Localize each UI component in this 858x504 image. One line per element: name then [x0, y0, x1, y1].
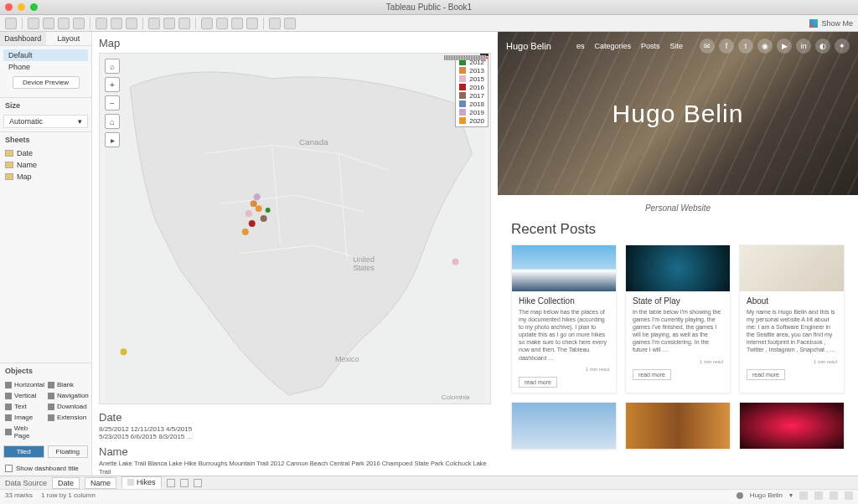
map-viz[interactable]: Canada United States Mexico Colombia	[99, 53, 491, 404]
fit-button[interactable]	[269, 18, 281, 29]
presentation-button[interactable]	[284, 18, 296, 29]
device-default[interactable]: Default	[3, 49, 88, 61]
labels-button[interactable]	[231, 18, 243, 29]
refresh-button[interactable]	[73, 18, 85, 29]
close-icon[interactable]	[5, 3, 13, 11]
map-tools-button[interactable]: ▸	[105, 132, 120, 147]
device-preview-button[interactable]: Device Preview	[13, 76, 80, 89]
obj-text[interactable]: Text	[5, 402, 44, 411]
view-mode-button[interactable]	[814, 491, 823, 500]
new-story-icon[interactable]	[194, 479, 202, 487]
label-us: United	[353, 255, 375, 264]
new-dashboard-icon[interactable]	[180, 479, 189, 487]
sheet-tab[interactable]: Name	[85, 477, 116, 489]
sheet-date[interactable]: Date	[0, 147, 91, 159]
search-map-button[interactable]: ⌕	[105, 59, 120, 74]
sort-desc-button[interactable]	[178, 18, 190, 29]
user-avatar-icon	[737, 492, 743, 499]
instagram-icon[interactable]: ◉	[757, 39, 773, 54]
zoom-home-button[interactable]: ⌂	[105, 114, 120, 129]
show-me-button[interactable]: Show Me	[809, 19, 853, 28]
post-excerpt: The map below has the places of my docum…	[519, 308, 609, 362]
social-icon[interactable]: ✦	[835, 39, 850, 54]
nav-site[interactable]: Site	[669, 42, 683, 50]
dashboard-canvas[interactable]: Map Canada United	[92, 32, 498, 476]
site-logo[interactable]: Hugo Belin	[506, 41, 551, 51]
obj-vertical[interactable]: Vertical	[5, 391, 44, 400]
tiled-button[interactable]: Tiled	[3, 445, 44, 458]
device-phone[interactable]: Phone	[3, 61, 88, 73]
chevron-down-icon[interactable]: ▾	[789, 491, 793, 499]
nav-categories[interactable]: Categories	[594, 42, 631, 50]
label-mexico: Mexico	[335, 355, 359, 363]
svg-point-9	[266, 208, 271, 213]
zoom-in-button[interactable]: +	[105, 77, 120, 92]
duplicate-button[interactable]	[111, 18, 122, 29]
youtube-icon[interactable]: ▶	[777, 39, 792, 54]
marks-count: 33 marks	[5, 491, 33, 499]
sheet-map[interactable]: Map	[0, 171, 91, 183]
webpage-object[interactable]: Hugo Belin es Categories Posts Site ✉ f …	[498, 32, 858, 476]
forward-button[interactable]	[43, 18, 54, 29]
sheet-tab-active[interactable]: Hikes	[121, 476, 162, 489]
read-more-button[interactable]: read more	[519, 377, 557, 388]
obj-blank[interactable]: Blank	[48, 380, 89, 389]
linkedin-icon[interactable]: in	[796, 39, 811, 54]
minimize-icon[interactable]	[18, 3, 25, 11]
twitter-icon[interactable]: t	[738, 39, 753, 54]
highlight-button[interactable]	[201, 18, 213, 29]
obj-horizontal[interactable]: Horizontal	[5, 380, 44, 389]
tab-layout[interactable]: Layout	[46, 32, 92, 45]
clear-button[interactable]	[126, 18, 137, 29]
sheet-tab[interactable]: Date	[52, 477, 80, 489]
post-card[interactable]: Hike Collection The map below has the pl…	[511, 244, 617, 393]
github-icon[interactable]: ◐	[815, 39, 830, 54]
post-card[interactable]	[625, 402, 731, 450]
status-bar: 33 marks 1 row by 1 column Hugo Belin ▾	[0, 489, 858, 501]
post-card[interactable]: About My name is Hugo Belin and this is …	[739, 244, 845, 393]
group-button[interactable]	[216, 18, 228, 29]
back-button[interactable]	[28, 18, 39, 29]
social-icon[interactable]: ✉	[700, 39, 715, 54]
maximize-icon[interactable]	[30, 3, 38, 11]
undo-button[interactable]	[5, 18, 17, 29]
show-title-checkbox[interactable]: Show dashboard title	[0, 461, 91, 476]
hero: Hugo Belin es Categories Posts Site ✉ f …	[498, 32, 858, 195]
obj-image[interactable]: Image	[5, 413, 44, 422]
tab-dashboard[interactable]: Dashboard	[0, 32, 46, 45]
view-mode-button[interactable]	[845, 491, 853, 500]
save-button[interactable]	[58, 18, 70, 29]
read-time: 1 min read	[740, 359, 844, 366]
floating-button[interactable]: Floating	[48, 445, 89, 458]
post-card[interactable]	[511, 402, 617, 450]
view-mode-button[interactable]	[830, 491, 838, 500]
read-more-button[interactable]: read more	[747, 369, 785, 380]
view-mode-button[interactable]	[799, 491, 808, 500]
post-card[interactable]	[739, 402, 845, 450]
data-source-tab[interactable]: Data Source	[5, 479, 47, 487]
format-button[interactable]	[246, 18, 258, 29]
obj-navigation[interactable]: Navigation	[48, 391, 89, 400]
facebook-icon[interactable]: f	[719, 39, 734, 54]
post-card[interactable]: State of Play In the table below I'm sho…	[625, 244, 731, 393]
map-legend[interactable]: × 📌 2012 2013 2015 2016 2017 2018 2019 2…	[455, 55, 488, 127]
obj-extension[interactable]: Extension	[48, 413, 89, 422]
read-more-button[interactable]: read more	[633, 369, 671, 380]
size-label: Size	[0, 97, 91, 113]
zoom-out-button[interactable]: −	[105, 95, 120, 111]
date-values: 5/23/2015 6/6/2015 8/3/2015 …	[99, 433, 491, 440]
swap-button[interactable]	[148, 18, 160, 29]
post-title: State of Play	[633, 296, 723, 306]
legend-drag-handle[interactable]	[444, 55, 486, 60]
obj-webpage[interactable]: Web Page	[5, 424, 44, 440]
sheet-icon	[5, 162, 13, 168]
new-worksheet-icon[interactable]	[167, 479, 175, 487]
sheet-name[interactable]: Name	[0, 159, 91, 171]
size-dropdown[interactable]: Automatic▾	[3, 115, 88, 128]
nav-posts[interactable]: Posts	[641, 42, 660, 50]
obj-download[interactable]: Download	[48, 402, 89, 411]
sort-asc-button[interactable]	[163, 18, 175, 29]
user-name[interactable]: Hugo Belin	[750, 491, 783, 499]
nav-es[interactable]: es	[576, 42, 585, 50]
new-worksheet-button[interactable]	[96, 18, 107, 29]
